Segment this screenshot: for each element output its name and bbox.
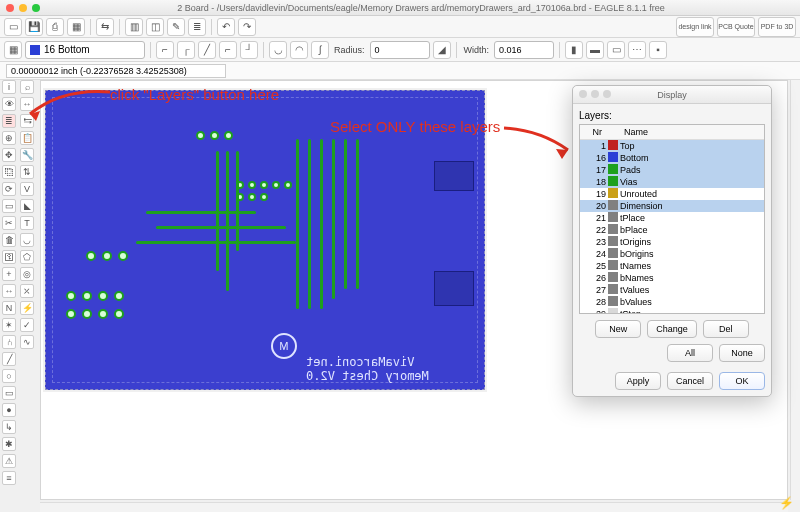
style1-button[interactable]: ▮ xyxy=(565,41,583,59)
undo-button[interactable]: ↶ xyxy=(217,18,235,36)
bend1-button[interactable]: ⌐ xyxy=(156,41,174,59)
layer-row[interactable]: 22bPlace xyxy=(580,224,764,236)
pcbquote-button[interactable]: PCB Quote xyxy=(717,17,755,37)
hole-tool[interactable]: ◎ xyxy=(20,267,34,281)
layers-button[interactable]: ≣ xyxy=(2,114,16,128)
change-button[interactable]: Change xyxy=(647,320,697,338)
change-tool[interactable]: 🔧 xyxy=(20,148,34,162)
none-button[interactable]: None xyxy=(719,344,765,362)
smash-tool[interactable]: ✶ xyxy=(2,318,16,332)
layer-row[interactable]: 1Top xyxy=(580,140,764,152)
coord-input[interactable]: 0.00000012 inch (-0.22376528 3.42525308) xyxy=(6,64,226,78)
save-button[interactable]: 💾 xyxy=(25,18,43,36)
layer-row[interactable]: 17Pads xyxy=(580,164,764,176)
miter-button[interactable]: ◢ xyxy=(433,41,451,59)
rotate-tool[interactable]: ⟳ xyxy=(2,182,16,196)
cut-tool[interactable]: ✂ xyxy=(2,216,16,230)
copy-tool[interactable]: ⿻ xyxy=(2,165,16,179)
layer-row[interactable]: 18Vias xyxy=(580,176,764,188)
cancel-button[interactable]: Cancel xyxy=(667,372,713,390)
open-button[interactable]: ▭ xyxy=(4,18,22,36)
delete-tool[interactable]: 🗑 xyxy=(2,233,16,247)
via-tool[interactable]: ● xyxy=(2,403,16,417)
layers-list[interactable]: Nr Name 1Top16Bottom17Pads18Vias19Unrout… xyxy=(579,124,765,314)
radius-input[interactable]: 0 xyxy=(370,41,430,59)
layer-row[interactable]: 29tStop xyxy=(580,308,764,314)
ripup-tool[interactable]: ⤫ xyxy=(20,284,34,298)
bend5-button[interactable]: ┘ xyxy=(240,41,258,59)
scrollbar-horizontal[interactable] xyxy=(40,502,788,512)
mark-tool[interactable]: ⊕ xyxy=(2,131,16,145)
redo-button[interactable]: ↷ xyxy=(238,18,256,36)
print-button[interactable]: ⎙ xyxy=(46,18,64,36)
sch-brd-button[interactable]: ⇆ xyxy=(96,18,114,36)
layer-select[interactable]: 16 Bottom xyxy=(25,41,145,59)
arc-tool[interactable]: ◡ xyxy=(20,233,34,247)
name-tool[interactable]: N xyxy=(2,301,16,315)
minimize-icon[interactable] xyxy=(19,4,27,12)
value-tool[interactable]: V xyxy=(20,182,34,196)
close-icon[interactable] xyxy=(6,4,14,12)
ulp-button[interactable]: ≣ xyxy=(188,18,206,36)
replace-tool[interactable]: ↔ xyxy=(2,284,16,298)
del-button[interactable]: Del xyxy=(703,320,749,338)
style4-button[interactable]: ⋯ xyxy=(628,41,646,59)
dialog-zoom-icon[interactable] xyxy=(603,90,611,98)
sheet-button[interactable]: ▥ xyxy=(125,18,143,36)
layer-row[interactable]: 24bOrigins xyxy=(580,248,764,260)
pinswap-tool[interactable]: ⇅ xyxy=(20,165,34,179)
info-tool[interactable]: i xyxy=(2,80,16,94)
dialog-close-icon[interactable] xyxy=(579,90,587,98)
library-button[interactable]: ◫ xyxy=(146,18,164,36)
zoom-icon[interactable] xyxy=(32,4,40,12)
bend3-button[interactable]: ╱ xyxy=(198,41,216,59)
show-tool[interactable]: ⌕ xyxy=(20,80,34,94)
layer-row[interactable]: 25tNames xyxy=(580,260,764,272)
lock-tool[interactable]: ⚿ xyxy=(2,250,16,264)
style3-button[interactable]: ▭ xyxy=(607,41,625,59)
circle-tool[interactable]: ○ xyxy=(2,369,16,383)
arc2-button[interactable]: ◠ xyxy=(290,41,308,59)
style5-button[interactable]: ▪ xyxy=(649,41,667,59)
apply-button[interactable]: Apply xyxy=(615,372,661,390)
bend2-button[interactable]: ┌ xyxy=(177,41,195,59)
cam-button[interactable]: ▦ xyxy=(67,18,85,36)
add-tool[interactable]: + xyxy=(2,267,16,281)
layer-row[interactable]: 28bValues xyxy=(580,296,764,308)
text-tool[interactable]: T xyxy=(20,216,34,230)
layer-row[interactable]: 20Dimension xyxy=(580,200,764,212)
dim-tool[interactable]: ↔ xyxy=(20,97,34,111)
new-button[interactable]: New xyxy=(595,320,641,338)
script-button[interactable]: ✎ xyxy=(167,18,185,36)
arc3-button[interactable]: ∫ xyxy=(311,41,329,59)
layer-row[interactable]: 26bNames xyxy=(580,272,764,284)
poly-tool[interactable]: ⬠ xyxy=(20,250,34,264)
layer-row[interactable]: 21tPlace xyxy=(580,212,764,224)
scrollbar-vertical[interactable] xyxy=(790,80,800,500)
designlink-button[interactable]: design link xyxy=(676,17,714,37)
erc-tool[interactable]: ⚠ xyxy=(2,454,16,468)
drc-tool[interactable]: ✓ xyxy=(20,318,34,332)
split-tool[interactable]: ⑃ xyxy=(2,335,16,349)
paste-tool[interactable]: 📋 xyxy=(20,131,34,145)
auto-tool[interactable]: ⚡ xyxy=(20,301,34,315)
style2-button[interactable]: ▬ xyxy=(586,41,604,59)
eye-tool[interactable]: 👁 xyxy=(2,97,16,111)
mirror-tool[interactable]: ⮀ xyxy=(20,114,34,128)
layer-row[interactable]: 19Unrouted xyxy=(580,188,764,200)
all-button[interactable]: All xyxy=(667,344,713,362)
ratsnest-tool[interactable]: ✱ xyxy=(2,437,16,451)
route-tool[interactable]: ↳ xyxy=(2,420,16,434)
pdf3d-button[interactable]: PDF to 3D xyxy=(758,17,796,37)
wire-tool[interactable]: ╱ xyxy=(2,352,16,366)
move-tool[interactable]: ✥ xyxy=(2,148,16,162)
grid-button[interactable]: ▦ xyxy=(4,41,22,59)
ok-button[interactable]: OK xyxy=(719,372,765,390)
meander-tool[interactable]: ∿ xyxy=(20,335,34,349)
width-input[interactable]: 0.016 xyxy=(494,41,554,59)
bend4-button[interactable]: ⌐ xyxy=(219,41,237,59)
layer-row[interactable]: 23tOrigins xyxy=(580,236,764,248)
miter-tool[interactable]: ◣ xyxy=(20,199,34,213)
layer-row[interactable]: 16Bottom xyxy=(580,152,764,164)
layer-row[interactable]: 27tValues xyxy=(580,284,764,296)
